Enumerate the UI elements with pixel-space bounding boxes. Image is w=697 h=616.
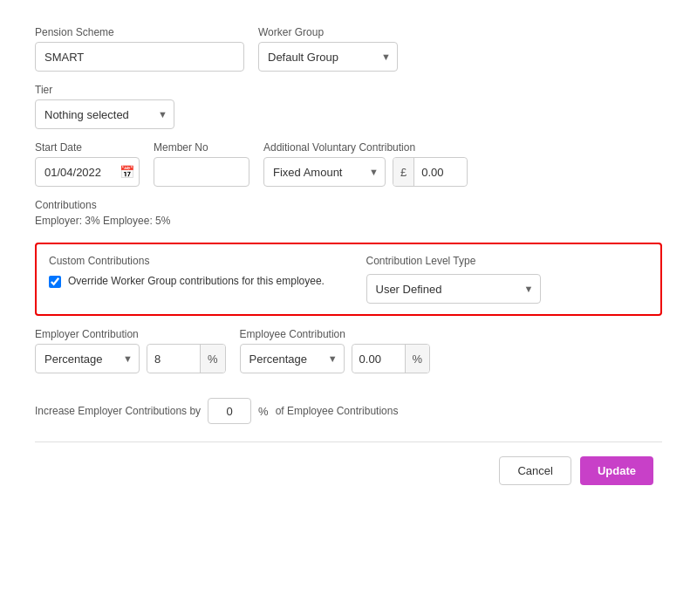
employer-value-wrapper: % bbox=[147, 344, 226, 373]
start-date-input[interactable] bbox=[35, 157, 140, 187]
contributions-summary-text: Employer: 3% Employee: 5% bbox=[35, 215, 662, 227]
footer-buttons: Cancel Update bbox=[35, 456, 662, 485]
employer-type-select[interactable]: Percentage Fixed Amount bbox=[35, 344, 140, 373]
contributions-group: Contributions Employer: 3% Employee: 5% bbox=[35, 199, 662, 239]
override-checkbox[interactable] bbox=[49, 276, 61, 288]
employee-contribution-label: Employee Contribution bbox=[240, 328, 431, 340]
footer-divider bbox=[35, 441, 662, 442]
employer-percent-icon: % bbox=[200, 345, 225, 373]
update-button[interactable]: Update bbox=[580, 456, 653, 485]
custom-contributions-right: Contribution Level Type User Defined Def… bbox=[366, 255, 649, 304]
contributions-label: Contributions bbox=[35, 199, 662, 211]
group-avc: Additional Voluntary Contribution Fixed … bbox=[263, 141, 468, 187]
increase-employer-input[interactable] bbox=[208, 398, 251, 424]
row-employer-employee-contribution: Employer Contribution Percentage Fixed A… bbox=[35, 328, 662, 386]
row-tier: Tier Nothing selected ▼ bbox=[35, 84, 662, 129]
contribution-level-type-select-wrapper: User Defined Default ▼ bbox=[366, 274, 541, 304]
group-tier: Tier Nothing selected ▼ bbox=[35, 84, 174, 129]
employee-percent-icon: % bbox=[405, 345, 430, 373]
custom-contributions-left: Custom Contributions Override Worker Gro… bbox=[49, 255, 331, 289]
group-member-no: Member No bbox=[154, 141, 249, 187]
date-input-wrapper: 📅 bbox=[35, 157, 140, 187]
custom-contributions-box: Custom Contributions Override Worker Gro… bbox=[35, 243, 662, 316]
avc-type-select-wrapper: Fixed Amount Percentage ▼ bbox=[263, 157, 386, 187]
worker-group-label: Worker Group bbox=[258, 26, 398, 38]
employee-value-wrapper: % bbox=[352, 344, 431, 373]
group-start-date: Start Date 📅 bbox=[35, 141, 140, 187]
employer-contribution-row: Percentage Fixed Amount ▼ % bbox=[35, 344, 226, 373]
employee-contribution-section: Employee Contribution Percentage Fixed A… bbox=[240, 328, 431, 373]
member-no-label: Member No bbox=[154, 141, 249, 154]
custom-contributions-label: Custom Contributions bbox=[49, 255, 331, 267]
employer-contribution-section: Employer Contribution Percentage Fixed A… bbox=[35, 328, 226, 373]
contribution-level-type-select[interactable]: User Defined Default bbox=[366, 274, 541, 304]
avc-type-select[interactable]: Fixed Amount Percentage bbox=[263, 157, 386, 187]
employee-type-select[interactable]: Percentage Fixed Amount bbox=[240, 344, 345, 373]
override-checkbox-label: Override Worker Group contributions for … bbox=[68, 274, 325, 289]
employee-contribution-row: Percentage Fixed Amount ▼ % bbox=[240, 344, 431, 373]
member-no-input[interactable] bbox=[154, 157, 249, 187]
avc-label: Additional Voluntary Contribution bbox=[263, 141, 468, 154]
form-container: Pension Scheme Worker Group Default Grou… bbox=[17, 17, 680, 503]
contribution-level-type-label: Contribution Level Type bbox=[366, 255, 649, 267]
avc-amount-wrapper: £ bbox=[393, 157, 468, 187]
row-pension-worker: Pension Scheme Worker Group Default Grou… bbox=[35, 26, 662, 72]
override-checkbox-row: Override Worker Group contributions for … bbox=[49, 274, 331, 289]
pension-scheme-label: Pension Scheme bbox=[35, 26, 244, 38]
row-date-member-avc: Start Date 📅 Member No Additional Volunt… bbox=[35, 141, 662, 187]
pension-scheme-input[interactable] bbox=[35, 42, 244, 72]
cancel-button[interactable]: Cancel bbox=[499, 456, 571, 485]
pound-prefix-icon: £ bbox=[393, 158, 414, 186]
worker-group-select[interactable]: Default Group bbox=[258, 42, 398, 72]
group-pension-scheme: Pension Scheme bbox=[35, 26, 244, 72]
avc-amount-input[interactable] bbox=[414, 158, 467, 186]
employer-type-select-wrapper: Percentage Fixed Amount ▼ bbox=[35, 344, 140, 373]
tier-label: Tier bbox=[35, 84, 174, 96]
employer-value-input[interactable] bbox=[147, 345, 200, 373]
increase-employer-suffix: of Employee Contributions bbox=[276, 405, 399, 417]
increase-employer-row: Increase Employer Contributions by % of … bbox=[35, 398, 662, 424]
worker-group-select-wrapper: Default Group ▼ bbox=[258, 42, 398, 72]
employer-contribution-label: Employer Contribution bbox=[35, 328, 226, 340]
employee-value-input[interactable] bbox=[352, 345, 405, 373]
group-worker-group: Worker Group Default Group ▼ bbox=[258, 26, 398, 72]
start-date-label: Start Date bbox=[35, 141, 140, 154]
increase-employer-percent-icon: % bbox=[258, 405, 269, 418]
employee-type-select-wrapper: Percentage Fixed Amount ▼ bbox=[240, 344, 345, 373]
tier-select-wrapper: Nothing selected ▼ bbox=[35, 99, 174, 129]
increase-employer-prefix: Increase Employer Contributions by bbox=[35, 405, 201, 417]
tier-select[interactable]: Nothing selected bbox=[35, 99, 174, 129]
